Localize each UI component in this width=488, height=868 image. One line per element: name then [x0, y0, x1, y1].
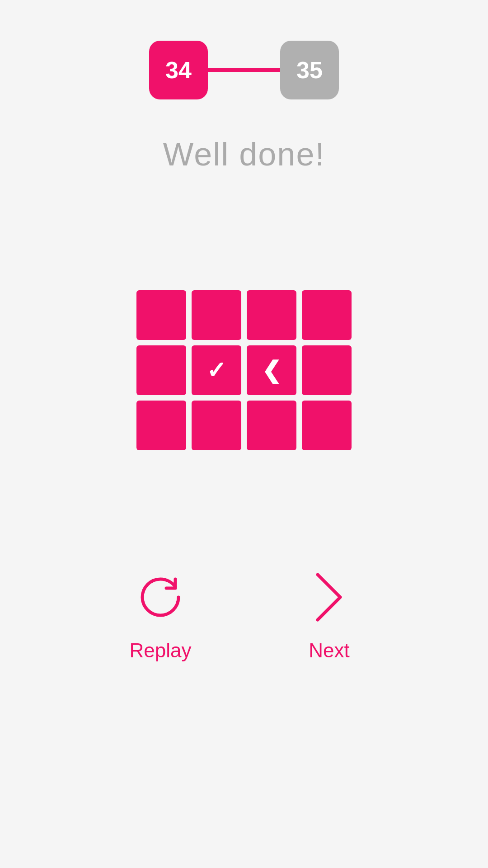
grid-cell-0-1 — [192, 290, 241, 340]
next-level-badge: 35 — [280, 41, 339, 99]
next-button[interactable]: Next — [300, 568, 358, 662]
grid-cell-0-3 — [302, 290, 352, 340]
grid-cell-2-0 — [136, 401, 186, 450]
replay-label: Replay — [130, 639, 192, 662]
level-connector — [208, 68, 280, 72]
level-bar: 34 35 — [149, 41, 339, 99]
grid-cell-1-3 — [302, 345, 352, 395]
grid-cell-1-2: ❮ — [247, 345, 296, 395]
grid-cell-0-0 — [136, 290, 186, 340]
checkmark-icon: ✓ — [206, 359, 226, 382]
next-icon — [300, 568, 358, 627]
grid-cell-2-2 — [247, 401, 296, 450]
grid-cell-1-1: ✓ — [192, 345, 241, 395]
current-level-badge: 34 — [149, 41, 208, 99]
grid-cell-1-0 — [136, 345, 186, 395]
next-level-number: 35 — [296, 57, 323, 84]
action-buttons: Replay Next — [130, 568, 359, 662]
replay-icon — [131, 568, 190, 627]
game-grid: ✓ ❮ — [136, 290, 352, 450]
grid-cell-2-1 — [192, 401, 241, 450]
well-done-message: Well done! — [163, 136, 325, 173]
arrow-left-icon: ❮ — [262, 359, 282, 382]
replay-button[interactable]: Replay — [130, 568, 192, 662]
next-label: Next — [309, 639, 349, 662]
current-level-number: 34 — [165, 57, 192, 84]
grid-cell-2-3 — [302, 401, 352, 450]
grid-cell-0-2 — [247, 290, 296, 340]
